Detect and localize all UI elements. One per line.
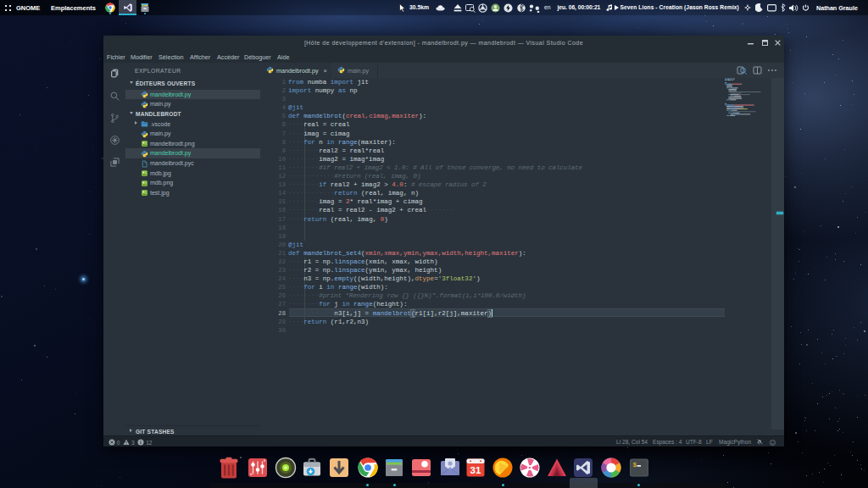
svg-text:31: 31	[470, 465, 481, 475]
svg-text:$: $	[632, 462, 637, 469]
